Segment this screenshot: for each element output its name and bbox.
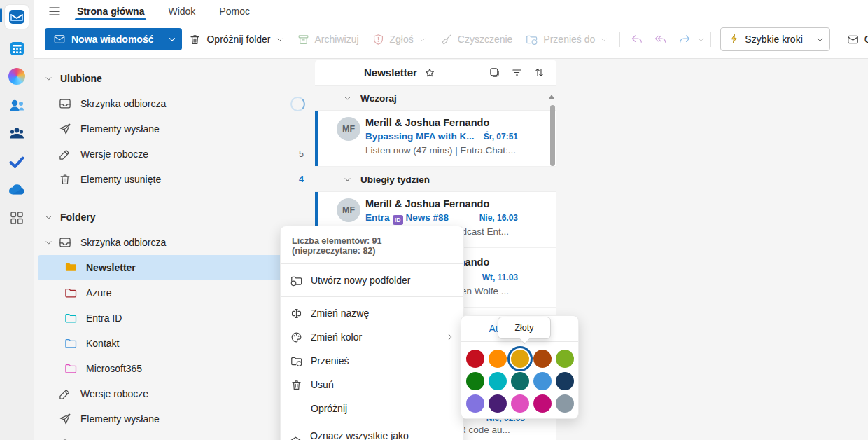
sidebar-item-label: Elementy wysłane [80, 123, 160, 135]
mail-read-icon [289, 435, 302, 440]
apps-icon[interactable] [5, 206, 29, 230]
message-row[interactable]: MF Merill & Joshua Fernando Bypassing MF… [315, 111, 556, 167]
reply-button[interactable] [625, 28, 649, 50]
onedrive-icon[interactable] [5, 178, 29, 202]
color-swatch[interactable] [489, 350, 507, 368]
sidebar-item-deleted[interactable]: Elementy usunięte [34, 432, 315, 440]
color-swatch[interactable] [489, 394, 507, 413]
menu-item-change-color[interactable]: Zmień kolor [281, 325, 463, 349]
mark-all-read-button[interactable]: Oznacz wszystkie [840, 28, 868, 50]
new-message-button[interactable]: Nowa wiadomość [45, 28, 162, 50]
group-header-yesterday[interactable]: Wczoraj [315, 85, 556, 111]
menu-item-label: Zmień kolor [311, 331, 362, 343]
avatar[interactable]: MF [337, 117, 360, 141]
report-button[interactable]: Zgłoś [365, 28, 433, 50]
color-swatch[interactable] [466, 394, 484, 413]
sidebar-item-drafts-favorite[interactable]: Wersje robocze 5 [34, 142, 315, 167]
color-swatch[interactable] [511, 372, 529, 390]
folder-icon [64, 286, 78, 300]
menu-item-label: Zmień nazwę [311, 308, 369, 319]
filter-icon[interactable] [511, 67, 523, 78]
color-swatch[interactable] [533, 394, 552, 413]
sidebar-item-sent[interactable]: Elementy wysłane [34, 406, 315, 432]
menu-item-mark-all-read[interactable]: Oznacz wszystkie jako przeczytane [281, 429, 463, 440]
quick-steps-label: Szybkie kroki [745, 34, 802, 45]
sort-icon[interactable] [533, 67, 545, 78]
color-swatch[interactable] [489, 372, 507, 390]
empty-folder-button[interactable]: Opróżnij folder [182, 28, 290, 50]
quick-steps-dropdown[interactable] [811, 28, 830, 50]
menu-item-rename[interactable]: Zmień nazwę [281, 301, 463, 325]
outlook-mail-icon[interactable] [5, 5, 29, 29]
folders-header[interactable]: Foldery [34, 205, 315, 230]
sidebar-item-label: Newsletter [86, 262, 136, 273]
color-swatch-selected[interactable] [511, 350, 529, 368]
menu-item-create-subfolder[interactable]: Utwórz nowy podfolder [281, 268, 463, 292]
color-swatch[interactable] [466, 350, 484, 368]
tab-home[interactable]: Strona główna [65, 0, 156, 22]
avatar[interactable]: MF [337, 198, 360, 222]
favorites-header[interactable]: Ulubione [34, 66, 315, 91]
trash-icon [188, 33, 202, 46]
archive-button[interactable]: Archiwizuj [290, 28, 365, 50]
inbox-icon [58, 97, 72, 111]
chevron-down-icon[interactable] [696, 35, 706, 44]
hamburger-menu-icon[interactable] [44, 2, 65, 20]
toolbar-divider [710, 32, 711, 47]
sidebar-item-inbox-favorite[interactable]: Skrzynka odbiorcza [34, 91, 315, 116]
people-icon[interactable] [5, 94, 29, 118]
new-message-dropdown[interactable] [162, 28, 182, 50]
app-rail [0, 0, 34, 440]
toolbar-divider [620, 32, 620, 47]
reply-all-button[interactable] [649, 28, 673, 50]
forward-button[interactable] [673, 28, 696, 50]
sidebar-item-microsoft365[interactable]: Microsoft365 [34, 356, 315, 381]
menu-item-label: Utwórz nowy podfolder [311, 275, 410, 286]
scrollbar-up-arrow[interactable] [549, 95, 554, 99]
color-swatch[interactable] [466, 372, 484, 390]
move-to-button[interactable]: Przenieś do [519, 28, 615, 50]
menu-item-delete[interactable]: Usuń [281, 373, 463, 397]
chevron-down-icon[interactable] [275, 35, 284, 44]
quick-steps-button[interactable]: Szybkie kroki [721, 28, 810, 50]
sidebar-item-label: Wersje robocze [80, 149, 148, 160]
folder-title: Newsletter [364, 67, 417, 78]
sidebar-item-azure[interactable]: Azure [34, 280, 315, 305]
todo-icon[interactable] [5, 150, 29, 174]
copilot-icon[interactable] [5, 64, 29, 88]
menu-item-move[interactable]: Przenieś [281, 349, 463, 373]
tab-view[interactable]: Widok [156, 0, 207, 22]
color-swatch[interactable] [511, 394, 529, 413]
chevron-down-icon[interactable] [418, 35, 427, 44]
chevron-down-icon [44, 74, 53, 83]
trash-icon [289, 378, 303, 392]
sidebar-item-sent-favorite[interactable]: Elementy wysłane [34, 116, 315, 142]
color-swatch[interactable] [533, 350, 552, 368]
groups-icon[interactable] [5, 122, 29, 146]
calendar-icon[interactable] [5, 36, 29, 60]
sidebar-item-kontakt[interactable]: Kontakt [34, 331, 315, 356]
select-messages-icon[interactable] [489, 67, 500, 78]
sidebar-item-newsletter[interactable]: Newsletter [38, 255, 307, 280]
color-swatch[interactable] [533, 372, 552, 390]
sweep-button[interactable]: Czyszczenie [433, 28, 519, 50]
quick-steps-split-button[interactable]: Szybkie kroki [720, 27, 830, 51]
tab-help[interactable]: Pomoc [207, 0, 262, 22]
menu-item-label: Przenieś [311, 355, 349, 366]
send-icon [58, 412, 72, 426]
color-swatch[interactable] [556, 394, 574, 413]
new-message-split-button[interactable]: Nowa wiadomość [45, 28, 182, 50]
menu-item-empty[interactable]: Opróżnij [281, 397, 463, 420]
color-swatch[interactable] [556, 372, 574, 390]
toolbar: Nowa wiadomość Opróżnij folder Archiwizu… [34, 22, 868, 56]
sidebar-item-inbox[interactable]: Skrzynka odbiorcza [34, 230, 315, 255]
sidebar-item-entra-id[interactable]: Entra ID [34, 305, 315, 331]
scrollbar-thumb[interactable] [550, 105, 555, 166]
star-icon[interactable] [424, 67, 436, 79]
color-swatch[interactable] [556, 350, 574, 368]
chevron-down-icon[interactable] [599, 35, 608, 44]
group-header-last-week[interactable]: Ubiegły tydzień [315, 167, 556, 192]
sidebar-item-drafts[interactable]: Wersje robocze [34, 381, 315, 406]
tab-help-label: Pomoc [219, 6, 250, 17]
sidebar-item-deleted-favorite[interactable]: Elementy usunięte 4 [34, 167, 315, 192]
